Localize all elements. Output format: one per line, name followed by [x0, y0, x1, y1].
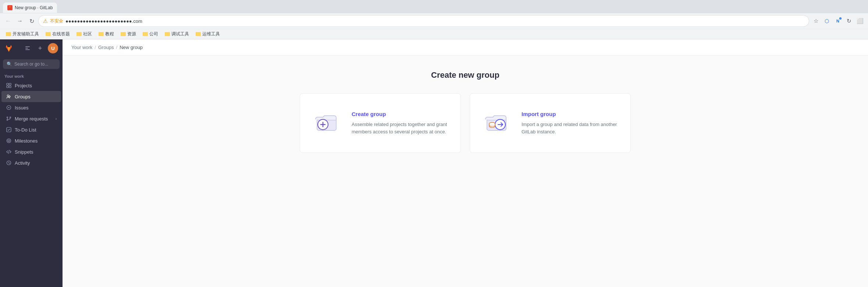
import-group-title: Import group: [522, 111, 619, 117]
sidebar-item-issues[interactable]: Issues: [1, 102, 61, 113]
svg-rect-0: [25, 46, 30, 47]
chevron-right-icon: ›: [56, 117, 57, 121]
main-content: Your work / Groups / New group Create ne…: [63, 39, 868, 287]
svg-point-15: [7, 139, 11, 143]
svg-rect-14: [7, 127, 11, 132]
bookmark-star-button[interactable]: ☆: [811, 16, 821, 26]
create-group-description: Assemble related projects together and g…: [352, 121, 449, 135]
bookmark-tutorials[interactable]: 教程: [96, 30, 117, 38]
create-group-card[interactable]: Create group Assemble related projects t…: [300, 93, 461, 153]
sidebar-toggle-button[interactable]: [23, 43, 32, 53]
bookmark-label: 教程: [105, 31, 114, 37]
svg-point-8: [9, 96, 10, 97]
projects-icon: [6, 83, 12, 88]
app-container: + U 🔍 Search or go to... Your work Proje…: [0, 39, 868, 287]
new-tab-ext-button[interactable]: N !: [833, 16, 843, 26]
create-group-title: Create group: [352, 111, 449, 117]
security-warning-icon: ⚠: [43, 18, 48, 24]
svg-rect-4: [9, 83, 11, 85]
tab-favicon: [7, 5, 13, 10]
sidebar-item-label: Snippets: [15, 149, 33, 155]
svg-point-16: [8, 140, 10, 142]
sidebar-item-label: Groups: [15, 94, 31, 99]
security-warning-text: 不安全: [50, 18, 63, 24]
search-bar[interactable]: 🔍 Search or go to...: [3, 59, 60, 69]
browser-action-buttons: ☆ ⬡ N ! ↻ ⬜: [811, 16, 865, 26]
sidebar-header: + U: [0, 39, 63, 57]
svg-rect-3: [7, 83, 8, 85]
bookmark-label: 运维工具: [202, 31, 220, 37]
sidebar-item-label: Issues: [15, 105, 29, 111]
milestones-icon: [6, 138, 12, 144]
bookmark-company[interactable]: 公司: [140, 30, 161, 38]
sidebar-item-label: Activity: [15, 160, 30, 166]
breadcrumb-separator-2: /: [116, 45, 118, 50]
svg-point-13: [7, 119, 8, 120]
tab-title: New group · GitLab: [15, 5, 53, 10]
svg-point-10: [8, 107, 10, 108]
new-item-button[interactable]: +: [35, 43, 45, 53]
merge-requests-icon: [6, 116, 12, 122]
breadcrumb-your-work[interactable]: Your work: [71, 45, 92, 50]
bookmark-community[interactable]: 社区: [74, 30, 95, 38]
bookmark-label: 调试工具: [171, 31, 189, 37]
bookmark-bar: 开发辅助工具 在线答题 社区 教程 资源 公司 调试工具 运维工具: [0, 29, 868, 39]
bookmark-label: 社区: [83, 31, 92, 37]
bookmark-quiz[interactable]: 在线答题: [43, 30, 73, 38]
breadcrumb: Your work / Groups / New group: [63, 39, 868, 56]
tabs-bar: New group · GitLab: [0, 0, 868, 13]
forward-button[interactable]: →: [15, 16, 25, 26]
import-group-card[interactable]: Import group Import a group and related …: [470, 93, 631, 153]
breadcrumb-separator-1: /: [95, 45, 96, 50]
sidebar-item-todo[interactable]: To-Do List: [1, 124, 61, 135]
issues-icon: [6, 105, 12, 111]
sidebar-item-projects[interactable]: Projects: [1, 80, 61, 91]
bookmark-debug[interactable]: 调试工具: [162, 30, 192, 38]
active-tab[interactable]: New group · GitLab: [3, 3, 57, 13]
bookmark-label: 公司: [149, 31, 158, 37]
sidebar-item-label: Merge requests: [15, 116, 48, 122]
sidebar: + U 🔍 Search or go to... Your work Proje…: [0, 39, 63, 287]
search-placeholder: Search or go to...: [14, 62, 48, 67]
address-bar[interactable]: ⚠ 不安全 ●●●●●●●●●●●●●●●●●●●●●●●.com: [38, 15, 809, 27]
bookmark-ops[interactable]: 运维工具: [193, 30, 223, 38]
page-body: Create new group: [63, 56, 868, 168]
breadcrumb-groups[interactable]: Groups: [98, 45, 114, 50]
sidebar-item-groups[interactable]: Groups: [1, 91, 61, 102]
sidebar-top-icons: + U: [23, 43, 58, 53]
import-group-content: Import group Import a group and related …: [522, 111, 619, 135]
back-button[interactable]: ←: [3, 16, 13, 26]
svg-rect-2: [25, 49, 30, 50]
bookmark-label: 开发辅助工具: [13, 31, 39, 37]
create-group-illustration: [312, 108, 341, 138]
user-avatar-button[interactable]: U: [48, 43, 58, 53]
search-icon: 🔍: [7, 62, 12, 67]
sidebar-item-label: Projects: [15, 83, 32, 88]
bookmark-dev-tools[interactable]: 开发辅助工具: [3, 30, 42, 38]
gitlab-logo[interactable]: [4, 44, 13, 53]
import-group-description: Import a group and related data from ano…: [522, 121, 619, 135]
sidebar-item-activity[interactable]: Activity: [1, 157, 61, 168]
todo-icon: [6, 127, 12, 133]
bookmark-label: 在线答题: [52, 31, 70, 37]
cards-container: Create group Assemble related projects t…: [300, 93, 631, 153]
your-work-section-label: Your work: [0, 71, 63, 80]
reload-button[interactable]: ↻: [26, 16, 37, 26]
profile-button[interactable]: ⬜: [855, 16, 865, 26]
svg-point-11: [7, 117, 8, 118]
sidebar-item-merge-requests[interactable]: Merge requests ›: [1, 113, 61, 124]
snippets-icon: [6, 149, 12, 155]
browser-chrome: New group · GitLab ← → ↻ ⚠ 不安全 ●●●●●●●●●…: [0, 0, 868, 39]
sidebar-item-milestones[interactable]: Milestones: [1, 135, 61, 146]
bookmark-resources[interactable]: 资源: [118, 30, 139, 38]
breadcrumb-current: New group: [120, 45, 143, 50]
update-button[interactable]: ↻: [844, 16, 854, 26]
svg-rect-1: [25, 48, 28, 49]
svg-point-12: [10, 117, 11, 118]
extension-button[interactable]: ⬡: [822, 16, 832, 26]
svg-rect-6: [9, 86, 11, 88]
bookmark-label: 资源: [127, 31, 136, 37]
sidebar-item-snippets[interactable]: Snippets: [1, 146, 61, 157]
page-title: Create new group: [85, 70, 846, 80]
activity-icon: [6, 160, 12, 166]
